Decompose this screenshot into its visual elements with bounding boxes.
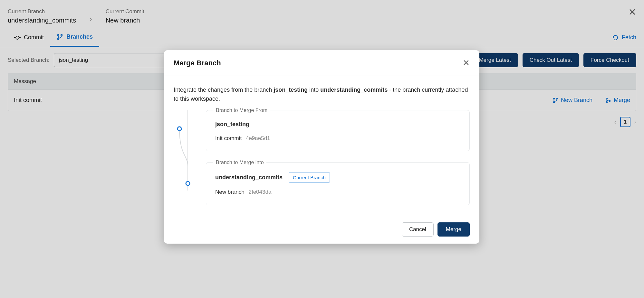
merge-from-branch-name: json_testing	[215, 120, 460, 129]
merge-from-card: Branch to Merge From json_testing Init c…	[206, 110, 470, 151]
intro-mid: into	[308, 87, 320, 93]
svg-point-13	[178, 127, 181, 131]
modal-header: Merge Branch ✕	[164, 50, 479, 76]
merge-into-card: Branch to Merge into understanding_commi…	[206, 162, 470, 205]
merge-into-commit-msg: New branch	[215, 189, 245, 195]
cancel-button[interactable]: Cancel	[402, 222, 434, 237]
modal-intro: Integrate the changes from the branch js…	[174, 86, 470, 104]
modal-title: Merge Branch	[174, 59, 221, 67]
modal-body: Integrate the changes from the branch js…	[164, 76, 479, 215]
svg-point-14	[186, 182, 190, 185]
current-branch-chip: Current Branch	[289, 172, 330, 183]
merge-from-commit: Init commit 4e9ae5d1	[215, 134, 460, 143]
intro-into-branch: understanding_commits	[320, 87, 388, 93]
merge-from-commit-hash: 4e9ae5d1	[246, 135, 270, 141]
merge-into-title-row: understanding_commits Current Branch	[215, 172, 460, 183]
merge-button[interactable]: Merge	[437, 222, 470, 237]
merge-graph	[174, 110, 193, 205]
close-icon[interactable]: ✕	[463, 58, 470, 68]
merge-into-commit: New branch 2fe043da	[215, 188, 460, 196]
intro-from-branch: json_testing	[274, 87, 308, 93]
merge-branch-modal: Merge Branch ✕ Integrate the changes fro…	[164, 50, 479, 244]
merge-into-branch-name: understanding_commits	[215, 174, 283, 181]
modal-footer: Cancel Merge	[164, 215, 479, 244]
merge-into-commit-hash: 2fe043da	[248, 189, 271, 195]
merge-into-legend: Branch to Merge into	[213, 159, 266, 167]
intro-prefix: Integrate the changes from the branch	[174, 87, 274, 93]
merge-from-commit-msg: Init commit	[215, 135, 242, 141]
merge-from-legend: Branch to Merge From	[213, 107, 270, 115]
